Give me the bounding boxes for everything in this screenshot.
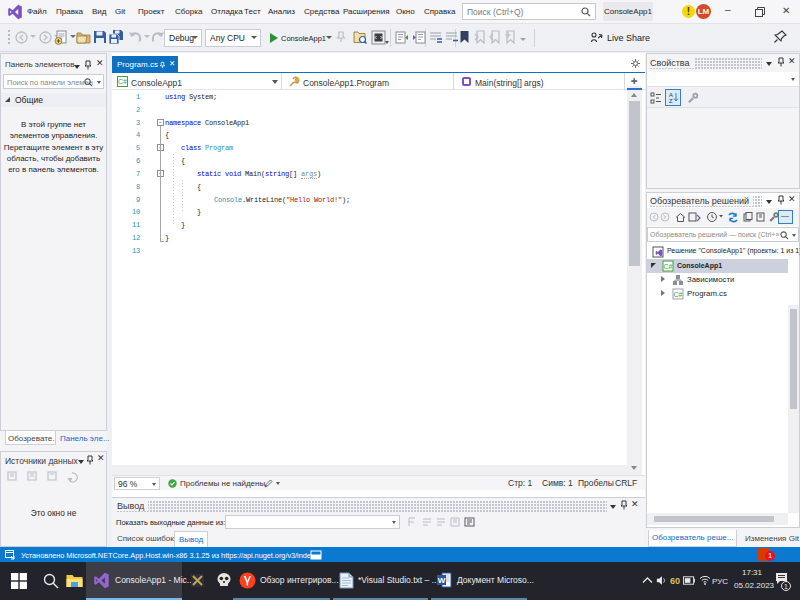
svg-text:C#: C# bbox=[674, 291, 683, 298]
svg-text:C#: C# bbox=[118, 78, 127, 85]
svg-text:W: W bbox=[438, 576, 446, 585]
svg-text:A: A bbox=[669, 92, 673, 98]
svg-text:Z: Z bbox=[669, 98, 673, 104]
svg-text:C#: C# bbox=[664, 263, 673, 270]
